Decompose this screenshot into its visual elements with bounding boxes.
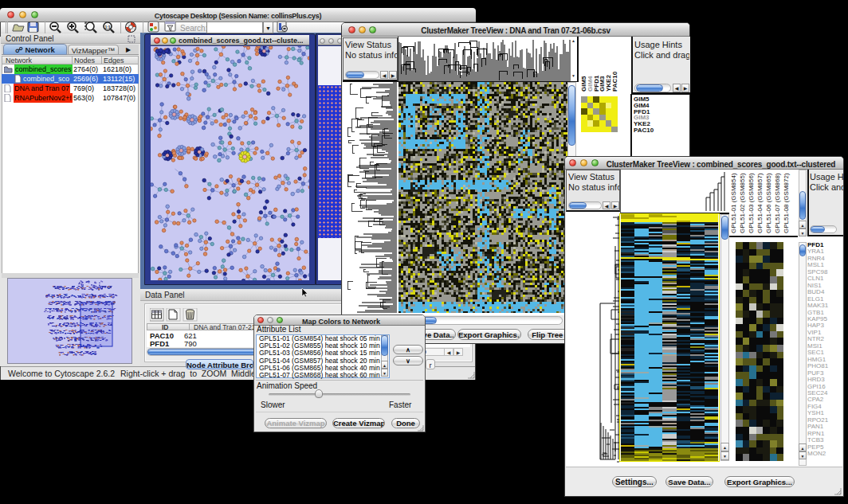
svg-text:1:1: 1:1 <box>104 25 110 29</box>
